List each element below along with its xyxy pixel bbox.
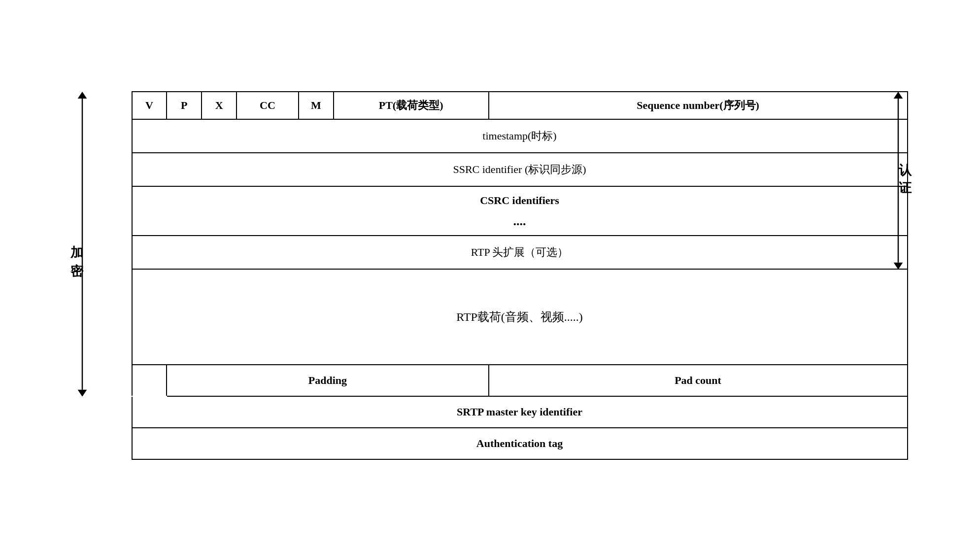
auth-tag-row: Authentication tag <box>132 428 908 459</box>
header-seq: Sequence number(序列号) <box>489 92 908 119</box>
padding-row: Padding Pad count <box>132 365 908 396</box>
pad-count-cell: Pad count <box>489 365 908 396</box>
header-row: V P X CC M PT(载荷类型) Sequence number(序列号) <box>132 92 908 119</box>
header-p: P <box>167 92 202 119</box>
rtp-payload-row: RTP载荷(音频、视频.....) <box>132 269 908 365</box>
rtp-packet-diagram: V P X CC M PT(载荷类型) Sequence number(序列号)… <box>132 91 908 460</box>
auth-tag-cell: Authentication tag <box>132 428 908 459</box>
srtp-key-row: SRTP master key identifier <box>132 396 908 428</box>
ssrc-cell: SSRC identifier (标识同步源) <box>132 153 908 186</box>
rtp-payload-cell: RTP载荷(音频、视频.....) <box>132 269 908 365</box>
header-v: V <box>132 92 167 119</box>
header-x: X <box>202 92 237 119</box>
rtp-header-ext-row: RTP 头扩展（可选） <box>132 236 908 269</box>
encrypt-arrow-group <box>71 91 100 460</box>
rtp-header-ext-cell: RTP 头扩展（可选） <box>132 236 908 269</box>
header-cc: CC <box>237 92 299 119</box>
csrc-label: CSRC identifiers <box>135 192 904 209</box>
timestamp-row: timestamp(时标) <box>132 119 908 153</box>
csrc-cell: CSRC identifiers .... <box>132 186 908 236</box>
ssrc-row: SSRC identifier (标识同步源) <box>132 153 908 186</box>
csrc-row: CSRC identifiers .... <box>132 186 908 236</box>
header-pt: PT(载荷类型) <box>334 92 489 119</box>
header-m: M <box>299 92 334 119</box>
srtp-key-cell: SRTP master key identifier <box>132 396 908 428</box>
padding-cell: Padding <box>167 365 488 396</box>
csrc-dots: .... <box>135 211 904 232</box>
timestamp-cell: timestamp(时标) <box>132 119 908 153</box>
